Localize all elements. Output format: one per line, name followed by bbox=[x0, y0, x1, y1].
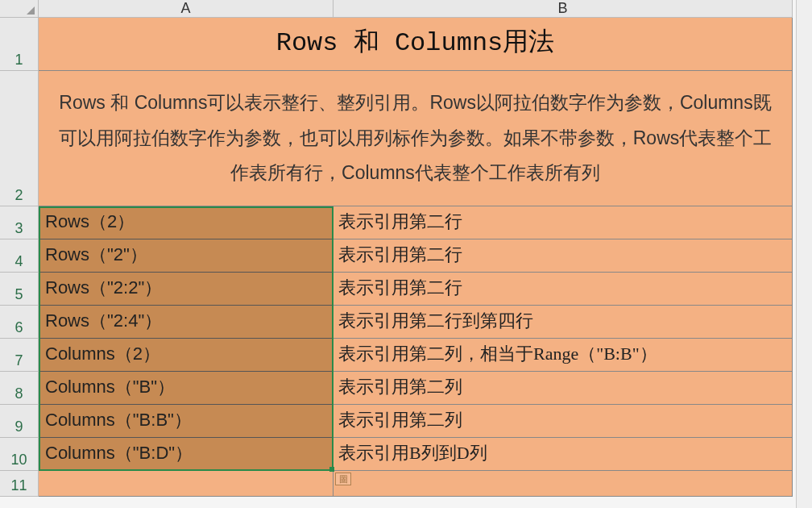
cell-B4[interactable]: 表示引用第二行 bbox=[334, 239, 793, 273]
row-header-11[interactable]: 11 bbox=[0, 471, 39, 497]
cell-A11[interactable] bbox=[39, 471, 334, 497]
vertical-scrollbar[interactable] bbox=[796, 0, 812, 508]
cell-A6[interactable]: Rows（"2:4"） bbox=[39, 306, 334, 339]
cell-A7[interactable]: Columns（2） bbox=[39, 339, 334, 372]
description-cell[interactable]: Rows 和 Columns可以表示整行、整列引用。Rows以阿拉伯数字作为参数… bbox=[39, 71, 793, 206]
cell-B5[interactable]: 表示引用第二行 bbox=[334, 273, 793, 306]
column-header-A[interactable]: A bbox=[39, 0, 334, 18]
cell-A4[interactable]: Rows（"2"） bbox=[39, 239, 334, 273]
row-header-6[interactable]: 6 bbox=[0, 306, 39, 339]
row-header-4[interactable]: 4 bbox=[0, 239, 39, 273]
row-header-3[interactable]: 3 bbox=[0, 206, 39, 239]
cell-B6[interactable]: 表示引用第二行到第四行 bbox=[334, 306, 793, 339]
row-header-5[interactable]: 5 bbox=[0, 273, 39, 306]
select-all-corner[interactable] bbox=[0, 0, 39, 18]
row-header-1[interactable]: 1 bbox=[0, 18, 39, 71]
cell-A3[interactable]: Rows（2） bbox=[39, 206, 334, 239]
cell-A9[interactable]: Columns（"B:B"） bbox=[39, 405, 334, 438]
cell-A10[interactable]: Columns（"B:D"） bbox=[39, 438, 334, 471]
cell-B10[interactable]: 表示引用B列到D列 bbox=[334, 438, 793, 471]
cell-B3[interactable]: 表示引用第二行 bbox=[334, 206, 793, 239]
cell-B8[interactable]: 表示引用第二列 bbox=[334, 372, 793, 405]
cell-B7[interactable]: 表示引用第二列，相当于Range（"B:B"） bbox=[334, 339, 793, 372]
title-cell[interactable]: Rows 和 Columns用法 bbox=[39, 18, 793, 71]
row-header-9[interactable]: 9 bbox=[0, 405, 39, 438]
cell-A5[interactable]: Rows（"2:2"） bbox=[39, 273, 334, 306]
column-header-B[interactable]: B bbox=[334, 0, 793, 18]
cell-B11[interactable]: 圖 bbox=[334, 471, 793, 497]
row-header-8[interactable]: 8 bbox=[0, 372, 39, 405]
paste-options-icon[interactable]: 圖 bbox=[335, 473, 351, 485]
row-header-2[interactable]: 2 bbox=[0, 71, 39, 206]
cell-A8[interactable]: Columns（"B"） bbox=[39, 372, 334, 405]
cell-B9[interactable]: 表示引用第二列 bbox=[334, 405, 793, 438]
spreadsheet-grid: A B 1 Rows 和 Columns用法 2 Rows 和 Columns可… bbox=[0, 0, 812, 497]
row-header-7[interactable]: 7 bbox=[0, 339, 39, 372]
row-header-10[interactable]: 10 bbox=[0, 438, 39, 471]
